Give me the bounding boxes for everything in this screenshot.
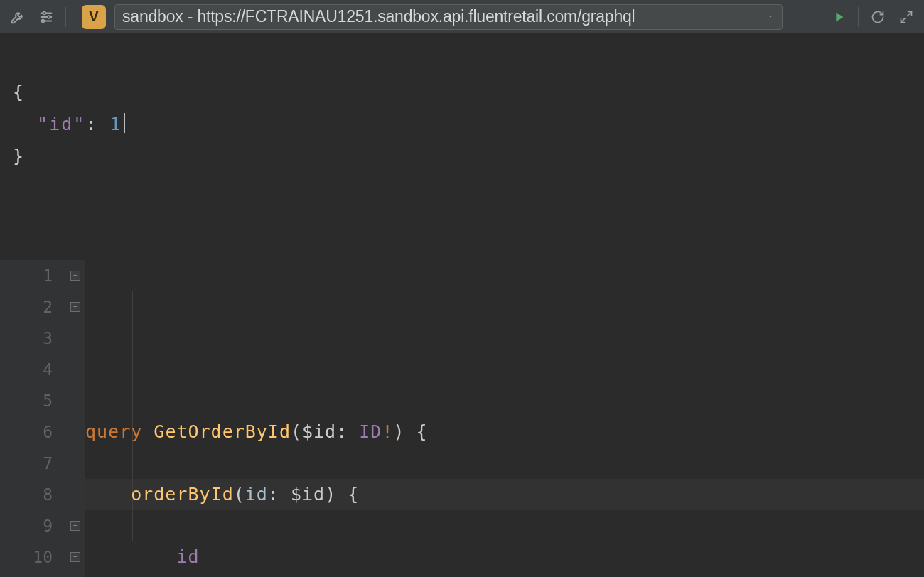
code-line: query GetOrderById($id: ID!) { xyxy=(85,416,924,448)
line-number: 5 xyxy=(0,385,53,416)
wrench-icon[interactable] xyxy=(6,5,30,29)
endpoint-selector[interactable]: sandbox - https://FCTRAINAU1251.sandbox.… xyxy=(114,4,783,30)
fold-toggle-icon[interactable]: − xyxy=(70,302,80,312)
endpoint-badge-letter: V xyxy=(89,9,98,25)
svg-point-4 xyxy=(48,16,50,18)
run-icon[interactable] xyxy=(827,5,851,29)
svg-point-5 xyxy=(42,19,45,22)
code-line: id xyxy=(85,541,924,573)
code-area[interactable]: query GetOrderById($id: ID!) { orderById… xyxy=(85,260,924,577)
line-number: 2 xyxy=(0,291,53,323)
code-line: orderById(id: $id) { xyxy=(85,479,924,510)
fold-guide-line xyxy=(75,281,75,520)
refresh-icon[interactable] xyxy=(866,5,890,29)
line-number: 3 xyxy=(0,323,53,354)
fold-gutter: − − − − xyxy=(68,260,85,577)
endpoint-selector-text: sandbox - https://FCTRAINAU1251.sandbox.… xyxy=(122,7,635,26)
chevron-down-icon xyxy=(766,11,775,23)
vars-value: 1 xyxy=(109,114,122,134)
query-editor: 1 2 3 4 5 6 7 8 9 10 − − − − query GetOr… xyxy=(0,260,924,577)
vars-key: "id" xyxy=(37,114,85,134)
expand-icon[interactable] xyxy=(894,5,918,29)
toolbar-divider xyxy=(858,7,859,27)
vars-open-brace: { xyxy=(13,82,25,102)
fold-end-icon[interactable]: − xyxy=(70,521,80,531)
line-number: 1 xyxy=(0,260,53,291)
toolbar-divider xyxy=(65,7,66,27)
vars-colon: : xyxy=(85,114,97,134)
line-number: 10 xyxy=(0,541,53,573)
line-number: 4 xyxy=(0,354,53,385)
endpoint-badge[interactable]: V xyxy=(82,5,106,29)
line-number: 6 xyxy=(0,416,53,448)
line-number-gutter: 1 2 3 4 5 6 7 8 9 10 xyxy=(0,260,68,577)
variables-editor[interactable]: { "id": 1 } xyxy=(0,34,924,260)
svg-line-6 xyxy=(908,11,912,16)
fold-end-icon[interactable]: − xyxy=(70,552,80,562)
svg-point-3 xyxy=(43,11,45,14)
text-caret xyxy=(124,113,125,133)
line-number: 7 xyxy=(0,448,53,479)
svg-line-7 xyxy=(901,18,906,22)
settings-sliders-icon[interactable] xyxy=(34,5,58,29)
line-number: 8 xyxy=(0,479,53,510)
line-number: 9 xyxy=(0,510,53,541)
vars-close-brace: } xyxy=(13,146,25,166)
fold-toggle-icon[interactable]: − xyxy=(70,271,80,281)
toolbar: V sandbox - https://FCTRAINAU1251.sandbo… xyxy=(0,0,924,34)
